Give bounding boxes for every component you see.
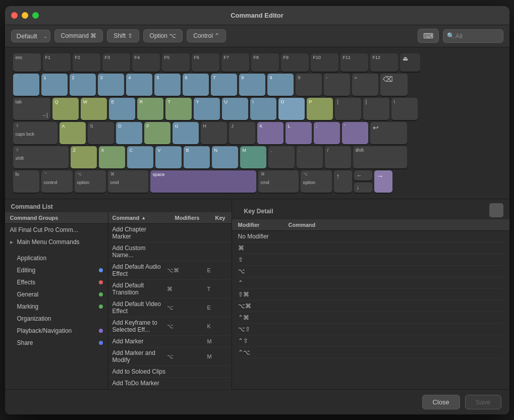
key-b[interactable]: B [184,146,210,168]
list-item[interactable]: ⌥ [238,266,503,277]
key-f5[interactable]: F5 [162,53,190,72]
preset-select[interactable]: Default [11,30,50,42]
key-o[interactable]: O [278,98,305,120]
key-esc[interactable]: esc [13,53,41,72]
command-modifier-button[interactable]: Command ⌘ [54,29,103,42]
list-item[interactable]: ⌘ [238,243,503,254]
close-window-button[interactable] [11,12,18,19]
key-arrow-down[interactable]: ↓ [354,183,372,193]
table-row[interactable]: Add Keyframe to Selected Eff...⌥K [108,317,232,336]
key-0[interactable]: 0 [296,74,322,96]
list-item[interactable]: No Modifier [238,231,503,243]
table-row[interactable]: Add Default Transition⌘T [108,280,232,298]
minimize-window-button[interactable] [22,12,28,19]
key-f8[interactable]: F8 [251,53,279,72]
key-arrow-right[interactable]: → [374,170,392,193]
maximize-window-button[interactable] [32,12,39,19]
key-e[interactable]: E [109,98,135,120]
table-row[interactable]: Add Custom Name... [108,243,232,261]
group-organization[interactable]: Organization [5,313,108,325]
key-f6[interactable]: F6 [192,53,219,72]
key-4[interactable]: 4 [126,74,152,96]
key-lshift[interactable]: ⇧shift [13,146,69,168]
key-7[interactable]: 7 [211,74,237,96]
key-x[interactable]: X [99,146,125,168]
key-f1[interactable]: F1 [43,53,71,72]
key-return[interactable]: ↩ [370,122,407,144]
list-item[interactable]: ⌥⌘ [238,301,503,312]
key-option-left[interactable]: ⌥option [75,170,106,193]
key-l[interactable]: L [285,122,312,144]
list-item[interactable]: ⇧⌘ [238,289,503,301]
key-k[interactable]: K [257,122,283,144]
control-modifier-button[interactable]: Control ⌃ [187,29,226,42]
key-period[interactable]: . [297,146,323,168]
close-button[interactable]: Close [422,395,460,409]
key-arrow-up[interactable]: ↑ [334,170,352,193]
list-item[interactable]: ⇧ [238,254,503,266]
key-eject[interactable]: ⏏ [400,53,420,72]
key-i[interactable]: I [250,98,276,120]
group-main-menu[interactable]: ▶ Main Menu Commands [5,236,108,248]
key-y[interactable]: Y [194,98,220,120]
list-item[interactable]: ⌃⌥ [238,347,503,358]
key-backslash[interactable]: \ [391,98,418,120]
key-u[interactable]: U [222,98,248,120]
key-5[interactable]: 5 [154,74,181,96]
table-row[interactable]: Add Chapter Marker [108,224,232,243]
key-f2[interactable]: F2 [73,53,100,72]
key-control[interactable]: ⌃control [41,170,73,193]
group-editing[interactable]: Editing [5,264,108,276]
key-1[interactable]: 1 [41,74,68,96]
option-modifier-button[interactable]: Option ⌥ [143,29,183,42]
list-item[interactable]: ⌃ [238,277,503,289]
key-8[interactable]: 8 [239,74,265,96]
key-c[interactable]: C [127,146,153,168]
key-m[interactable]: M [240,146,266,168]
group-marking[interactable]: Marking [5,301,108,313]
key-w[interactable]: W [81,98,107,120]
key-f10[interactable]: F10 [311,53,338,72]
key-fn[interactable]: fn [13,170,39,193]
table-row[interactable]: Add Default Video Effect⌥E [108,298,232,317]
key-comma[interactable]: , [268,146,295,168]
table-row[interactable]: Add to Soloed Clips [108,366,232,378]
key-3[interactable]: 3 [98,74,124,96]
table-row[interactable]: Add MarkerM [108,336,232,347]
key-backspace[interactable]: ⌫ [380,74,408,96]
key-6[interactable]: 6 [183,74,209,96]
save-button[interactable]: Save [465,395,501,409]
list-item[interactable]: ⌃⌘ [238,312,503,324]
list-item[interactable]: ⌥⇧ [238,324,503,335]
key-t[interactable]: T [165,98,192,120]
key-g[interactable]: G [173,122,199,144]
key-f7[interactable]: F7 [221,53,249,72]
key-v[interactable]: V [155,146,182,168]
table-row[interactable]: Add Marker and Modify⌥M [108,347,232,366]
key-f4[interactable]: F4 [132,53,160,72]
table-row[interactable]: Add Default Audio Effect⌥⌘E [108,261,232,280]
key-rshift[interactable]: ⇧shift [353,146,407,168]
key-slash[interactable]: / [325,146,351,168]
key-lbracket[interactable]: [ [335,98,361,120]
key-tab[interactable]: →|tab [13,98,50,120]
key-d[interactable]: D [116,122,142,144]
key-f3[interactable]: F3 [102,53,130,72]
key-command-left[interactable]: ⌘cmd [108,170,148,193]
list-item[interactable]: ⌃⇧ [238,335,503,347]
key-a[interactable]: A [60,122,86,144]
key-n[interactable]: N [212,146,238,168]
key-z[interactable]: Z [71,146,97,168]
group-share[interactable]: Share [5,337,108,349]
key-h[interactable]: H [201,122,227,144]
key-r[interactable]: R [137,98,163,120]
group-effects[interactable]: Effects [5,276,108,288]
group-playback[interactable]: Playback/Navigation [5,325,108,337]
key-backtick[interactable]: ` [13,74,39,96]
shift-modifier-button[interactable]: Shift ⇧ [107,29,139,42]
key-minus[interactable]: - [324,74,350,96]
group-general[interactable]: General [5,288,108,301]
key-f9[interactable]: F9 [281,53,309,72]
key-f11[interactable]: F11 [340,53,368,72]
key-s[interactable]: S [88,122,114,144]
